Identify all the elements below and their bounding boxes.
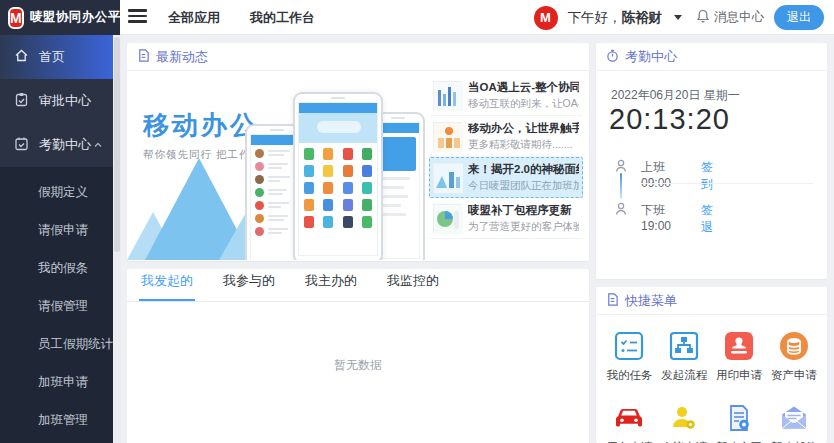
app-title: 唛盟协同办公平台 (30, 9, 134, 26)
contract-icon (724, 403, 754, 433)
mobile-office-banner[interactable]: 移动办公 帮你领先同行 把工作带出办公室 (127, 72, 427, 260)
news-title: 移动办公，让世界触手可 (468, 121, 579, 136)
news-title: 来！揭开2.0的神秘面纱- (468, 162, 579, 177)
quick-item-new-contract[interactable]: 新建合同 (712, 395, 767, 443)
sidebar-item-label: 审批中心 (39, 92, 91, 110)
menu-toggle-icon[interactable] (128, 9, 147, 25)
news-title: 当OA遇上云-整个协同OA (468, 80, 579, 95)
attendance-panel-title: 考勤中心 (625, 48, 677, 66)
clock-out-link[interactable]: 签退 (701, 202, 713, 236)
attendance-date: 2022年06月20日 星期一 (611, 87, 740, 104)
tab-participated[interactable]: 我参与的 (221, 272, 277, 301)
attendance-panel-header: 考勤中心 (596, 43, 827, 71)
quick-item-meeting-request[interactable]: 会议申请 (657, 395, 712, 443)
home-icon (14, 48, 29, 66)
tab-hosted-by-me[interactable]: 我主办的 (303, 272, 359, 301)
tab-all-apps[interactable]: 全部应用 (168, 9, 220, 27)
scrollbar-thumb[interactable] (114, 37, 120, 252)
document-icon (137, 49, 150, 65)
attendance-submenu: 假期定义 请假申请 我的假条 请假管理 员工假期统计 加班申请 加班管理 (0, 167, 113, 443)
vertical-scrollbar[interactable] (113, 35, 121, 443)
flow-icon (669, 331, 699, 361)
sidebar-item-home[interactable]: 首页 (0, 35, 113, 79)
greeting-prefix: 下午好， (568, 10, 622, 25)
news-desc: 移动互联的到来，让OA与云 (468, 97, 579, 111)
sidebar: 首页 审批中心 考勤中心 假期定义 请假申请 我的假条 请假管理 员工假期统计 … (0, 35, 113, 443)
clock-in-time-label: 上班09:00 (641, 159, 671, 190)
timeline-connector (620, 173, 622, 199)
news-desc: 为了营造更好的客户体验，唛 (468, 220, 579, 234)
news-desc: 更多精彩敬请期待....... (468, 138, 579, 152)
submenu-item-holiday-stats[interactable]: 员工假期统计 (0, 325, 113, 363)
banner-title: 移动办公 (143, 108, 259, 143)
latest-news-panel: 最新动态 移动办公 帮你领先同行 把工作带出办公室 (127, 43, 589, 261)
quick-item-seal-request[interactable]: 用印申请 (712, 323, 767, 395)
tab-initiated-by-me[interactable]: 我发起的 (139, 272, 195, 301)
quick-item-label: 发起流程 (661, 368, 707, 383)
submenu-item-leave-manage[interactable]: 请假管理 (0, 287, 113, 325)
submenu-item-overtime-manage[interactable]: 加班管理 (0, 401, 113, 439)
greeting-text: 下午好，陈裕财 (568, 9, 663, 27)
sidebar-item-approval[interactable]: 审批中心 (0, 79, 113, 123)
news-thumbnail (433, 163, 462, 192)
attendance-clock: 20:13:20 (609, 103, 730, 136)
chevron-up-icon (93, 138, 103, 153)
car-icon (613, 403, 645, 433)
quick-item-label: 我的任务 (606, 368, 652, 383)
username: 陈裕财 (622, 10, 663, 25)
submenu-item-my-leave[interactable]: 我的假条 (0, 249, 113, 287)
clock-out-time-label: 下班19:00 (641, 202, 671, 233)
stamp-icon (724, 331, 754, 361)
divider (641, 183, 813, 184)
my-tasks-panel: 我发起的 我参与的 我主办的 我监控的 暂无数据 (127, 269, 589, 443)
quick-item-start-flow[interactable]: 发起流程 (657, 323, 712, 395)
logo-block: M 唛盟协同办公平台 (0, 0, 120, 35)
meeting-icon (669, 403, 699, 433)
header-right: M 下午好，陈裕财 消息中心 退出 (534, 0, 825, 35)
message-center-label: 消息中心 (714, 9, 764, 26)
news-title: 唛盟补丁包程序更新 (468, 203, 579, 218)
submenu-item-holiday-define[interactable]: 假期定义 (0, 173, 113, 211)
sidebar-item-label: 考勤中心 (39, 136, 91, 154)
document-icon (606, 293, 619, 309)
bell-icon (696, 9, 710, 26)
news-thumbnail (433, 81, 462, 110)
user-menu-caret-icon[interactable] (674, 15, 682, 20)
approval-clipboard-icon (14, 92, 29, 110)
submenu-item-overtime-request[interactable]: 加班申请 (0, 363, 113, 401)
top-header: M 唛盟协同办公平台 全部应用 我的工作台 M 下午好，陈裕财 消息中心 退出 (0, 0, 834, 35)
news-list: 当OA遇上云-整个协同OA移动互联的到来，让OA与云 移动办公，让世界触手可更多… (429, 75, 583, 239)
news-panel-header: 最新动态 (127, 43, 589, 71)
news-thumbnail (433, 122, 462, 151)
news-item[interactable]: 移动办公，让世界触手可更多精彩敬请期待....... (429, 116, 583, 157)
quick-item-my-tasks[interactable]: 我的任务 (602, 323, 657, 395)
news-item[interactable]: 当OA遇上云-整个协同OA移动互联的到来，让OA与云 (429, 75, 583, 116)
sidebar-item-attendance[interactable]: 考勤中心 (0, 123, 113, 167)
sidebar-item-label: 首页 (39, 48, 65, 66)
message-center-link[interactable]: 消息中心 (696, 9, 764, 26)
quick-item-new-mail[interactable]: 新建邮件 (766, 395, 821, 443)
phone-mockup-center (293, 92, 383, 260)
attendance-panel: 考勤中心 2022年06月20日 星期一 20:13:20 上班09:00 签到… (596, 43, 827, 279)
user-avatar[interactable]: M (534, 6, 558, 30)
quick-menu-header: 快捷菜单 (596, 287, 827, 315)
task-icon (614, 331, 644, 361)
quick-item-vehicle-request[interactable]: 用车申请 (602, 395, 657, 443)
tab-my-workbench[interactable]: 我的工作台 (250, 9, 315, 27)
empty-data-text: 暂无数据 (127, 357, 589, 374)
news-item-highlighted[interactable]: 来！揭开2.0的神秘面纱-今日唛盟团队正在加班加点， (429, 157, 583, 198)
asset-icon (779, 331, 809, 361)
quick-item-label: 资产申请 (771, 368, 817, 383)
tab-monitored-by-me[interactable]: 我监控的 (385, 272, 441, 301)
news-panel-title: 最新动态 (156, 48, 208, 66)
header-nav: 全部应用 我的工作台 (168, 0, 315, 35)
clock-in-link[interactable]: 签到 (701, 159, 713, 193)
stopwatch-icon (606, 49, 619, 65)
attendance-calendar-icon (14, 136, 29, 154)
submenu-item-leave-request[interactable]: 请假申请 (0, 211, 113, 249)
mail-icon (778, 403, 810, 433)
news-item[interactable]: 唛盟补丁包程序更新为了营造更好的客户体验，唛 (429, 198, 583, 239)
logout-button[interactable]: 退出 (774, 5, 824, 30)
quick-item-asset-request[interactable]: 资产申请 (766, 323, 821, 395)
quick-item-label: 用印申请 (716, 368, 762, 383)
